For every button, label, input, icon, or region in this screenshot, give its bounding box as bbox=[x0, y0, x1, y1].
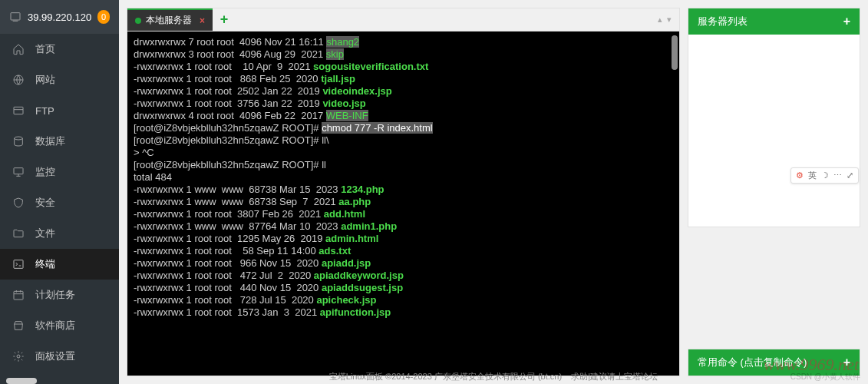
tab-local-server[interactable]: 本地服务器 × bbox=[127, 8, 213, 31]
copyright: 宝塔Linux面板 ©2014-2023 广东堡塔安全技术有限公司 (bt.cn… bbox=[329, 372, 562, 381]
sidebar-item-label: 网站 bbox=[35, 73, 55, 87]
terminal-scrollbar[interactable] bbox=[672, 35, 678, 70]
collapse-up-icon[interactable]: ▴ bbox=[658, 15, 662, 25]
terminal-panel: 本地服务器 × + ▴ ▾ drwxrwxrwx 7 root root 409… bbox=[127, 8, 680, 376]
sidebar-item-label: 文件 bbox=[35, 227, 55, 240]
svg-rect-10 bbox=[14, 291, 23, 300]
server-list-header: 服务器列表 + bbox=[688, 8, 860, 35]
tab-label: 本地服务器 bbox=[146, 14, 192, 27]
terminal-tabs: 本地服务器 × + ▴ ▾ bbox=[127, 8, 679, 31]
sidebar-item-folder[interactable]: 文件 bbox=[0, 218, 119, 249]
shield-icon bbox=[12, 197, 25, 209]
sidebar-item-shield[interactable]: 安全 bbox=[0, 187, 119, 218]
sidebar-item-label: 终端 bbox=[35, 257, 55, 271]
svg-point-14 bbox=[17, 355, 20, 358]
status-dot-icon bbox=[135, 18, 141, 24]
sidebar-header: 39.99.220.120 0 bbox=[0, 0, 119, 34]
add-server-button[interactable]: + bbox=[843, 15, 850, 28]
globe-icon bbox=[12, 74, 25, 86]
db-icon bbox=[12, 135, 25, 147]
gear-icon bbox=[12, 350, 25, 362]
svg-rect-9 bbox=[14, 260, 23, 269]
sidebar-item-terminal[interactable]: 终端 bbox=[0, 249, 119, 280]
sidebar-item-label: 首页 bbox=[35, 42, 55, 56]
sidebar-item-label: 面板设置 bbox=[35, 349, 75, 363]
sidebar-item-home[interactable]: 首页 bbox=[0, 34, 119, 65]
sidebar-item-store[interactable]: 软件商店 bbox=[0, 310, 119, 341]
calendar-icon bbox=[12, 289, 25, 301]
monitor-icon bbox=[12, 166, 25, 178]
main-area: 本地服务器 × + ▴ ▾ drwxrwxrwx 7 root root 409… bbox=[119, 0, 868, 384]
sidebar-item-label: FTP bbox=[35, 105, 54, 117]
terminal-output[interactable]: drwxrwxrwx 7 root root 4096 Nov 21 16:11… bbox=[127, 31, 679, 376]
sidebar-item-label: 安全 bbox=[35, 196, 55, 210]
collapse-down-icon[interactable]: ▾ bbox=[667, 15, 672, 25]
horizontal-scrollbar[interactable] bbox=[6, 378, 37, 384]
expand-icon: ⤢ bbox=[847, 170, 853, 180]
notification-badge[interactable]: 0 bbox=[97, 10, 110, 24]
sidebar: 39.99.220.120 0 首页网站FTP数据库监控安全文件终端计划任务软件… bbox=[0, 0, 119, 384]
svg-rect-0 bbox=[11, 13, 20, 20]
svg-point-5 bbox=[15, 137, 23, 140]
sidebar-item-label: 数据库 bbox=[35, 134, 65, 148]
server-icon bbox=[9, 11, 21, 23]
paw-icon: ⚙ bbox=[796, 170, 804, 180]
sidebar-item-label: 软件商店 bbox=[35, 319, 75, 333]
add-command-button[interactable]: + bbox=[843, 356, 850, 369]
sidebar-item-monitor[interactable]: 监控 bbox=[0, 157, 119, 187]
store-icon bbox=[12, 319, 25, 332]
svg-rect-3 bbox=[14, 107, 23, 114]
server-list-card: 服务器列表 + bbox=[688, 8, 860, 227]
server-ip: 39.99.220.120 bbox=[28, 12, 91, 23]
sidebar-item-label: 监控 bbox=[35, 165, 55, 179]
footer: 宝塔Linux面板 ©2014-2023 广东堡塔安全技术有限公司 (bt.cn… bbox=[119, 371, 868, 382]
terminal-icon bbox=[12, 258, 25, 270]
server-list-body bbox=[688, 35, 860, 227]
server-list-title: 服务器列表 bbox=[698, 15, 748, 28]
add-tab-button[interactable]: + bbox=[213, 8, 236, 31]
sidebar-item-globe[interactable]: 网站 bbox=[0, 65, 119, 95]
sidebar-item-ftp[interactable]: FTP bbox=[0, 95, 119, 126]
ime-toolbar[interactable]: ⚙ 英 ☽ ⋯ ⤢ bbox=[790, 167, 859, 184]
panel-controls: ▴ ▾ bbox=[658, 8, 679, 31]
ime-lang: 英 bbox=[808, 170, 817, 181]
sidebar-item-db[interactable]: 数据库 bbox=[0, 126, 119, 157]
help-link[interactable]: 求助|建议请上宝塔论坛 bbox=[571, 372, 658, 381]
right-sidebar: 服务器列表 + 常用命令 (点击复制命令) + bbox=[688, 8, 860, 376]
more-icon: ⋯ bbox=[833, 170, 842, 180]
svg-rect-6 bbox=[14, 168, 23, 174]
moon-icon: ☽ bbox=[821, 170, 829, 180]
ftp-icon bbox=[12, 104, 25, 117]
commands-title: 常用命令 (点击复制命令) bbox=[698, 356, 807, 369]
sidebar-item-label: 计划任务 bbox=[35, 288, 75, 302]
sidebar-item-calendar[interactable]: 计划任务 bbox=[0, 280, 119, 310]
close-icon[interactable]: × bbox=[200, 15, 205, 26]
sidebar-item-gear[interactable]: 面板设置 bbox=[0, 341, 119, 372]
home-icon bbox=[12, 43, 25, 55]
folder-icon bbox=[12, 227, 25, 240]
